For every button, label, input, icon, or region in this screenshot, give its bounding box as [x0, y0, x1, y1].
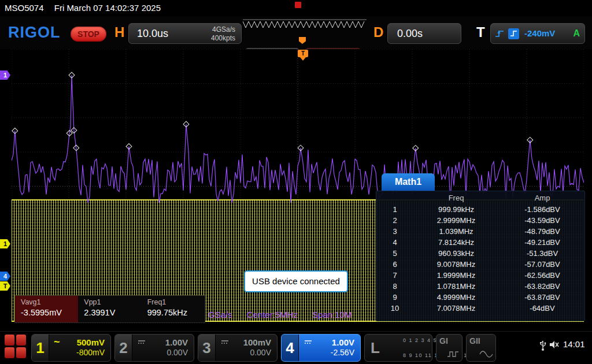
gen2-label: GII: [469, 336, 480, 346]
gen1-label: GI: [439, 336, 448, 346]
datetime: Fri March 07 14:02:37 2025: [54, 3, 161, 13]
trigger-button[interactable]: -240mV A: [490, 23, 585, 44]
peak-table-row: 81.0781MHz-63.82dBV: [376, 281, 584, 292]
clock: 14:01: [563, 339, 585, 349]
square-wave-icon: [447, 350, 460, 358]
math1-ref-marker[interactable]: 1: [0, 70, 10, 80]
channel3-button[interactable]: 3 100mV 0.00V: [198, 334, 278, 362]
fft-status-text: GSa/s Center:5MHz Span:10M: [208, 310, 375, 320]
usb-toast: USB device connected: [244, 270, 348, 292]
horizontal-label: H: [114, 24, 124, 40]
ch2-scale: 1.00V: [165, 337, 188, 347]
peak-table-row: 31.039MHz-48.79dBV: [376, 226, 584, 237]
peak-table-row: 1999.99kHz-1.586dBV: [376, 204, 584, 215]
sine-wave-icon: [479, 350, 493, 358]
ch3-dc-coupling-icon: [220, 339, 230, 345]
amp-column-header: Amp: [499, 192, 586, 204]
timebase-button[interactable]: 10.0us 4GSa/s 400kpts: [128, 23, 242, 44]
rigol-logo: RIGOL: [8, 24, 61, 42]
memory-depth: 400kpts: [211, 34, 235, 42]
channel2-button[interactable]: 2 1.00V 0.00V: [114, 334, 194, 362]
measurement-freq1[interactable]: Freq1 999.75kHz: [142, 296, 205, 322]
trigger-position-marker[interactable]: T: [298, 50, 308, 61]
logic-label: L: [371, 339, 380, 357]
ch3-offset: 0.00V: [250, 348, 271, 358]
channel1-button[interactable]: 1 ~ 500mV -800mV: [31, 334, 111, 362]
peak-table-row: 71.9999MHz-62.56dBV: [376, 270, 584, 281]
measurement-vavg1[interactable]: Vavg1 -3.5995mV: [15, 296, 78, 322]
timebase-value: 10.0us: [137, 24, 168, 43]
sample-rate: 4GSa/s: [212, 25, 235, 34]
peak-table-row: 5960.93kHz-51.3dBV: [376, 248, 584, 259]
trigger-type-icon: [508, 28, 519, 39]
peak-table-row: 69.0078MHz-57.07dBV: [376, 259, 584, 270]
trigger-slope-icon: [494, 29, 506, 38]
channel4-button[interactable]: 4 1.00V -2.56V: [281, 334, 361, 362]
ch2-dc-coupling-icon: [137, 339, 146, 345]
freq-column-header: Freq: [413, 192, 499, 204]
ch1-ac-coupling-icon: ~: [54, 336, 60, 348]
ch1-ground-marker[interactable]: 1: [0, 239, 10, 248]
ch1-scale: 500mV: [77, 337, 105, 347]
peak-table-row: 107.0078MHz-64dBV: [376, 303, 584, 314]
channel4-number: 4: [282, 335, 299, 361]
trigger-mode-badge: A: [573, 24, 580, 43]
ch4-scale: 1.00V: [332, 337, 354, 347]
peak-table-body: Freq Amp 1999.99kHz-1.586dBV22.9999MHz-4…: [376, 191, 585, 321]
peak-table-row: 22.9999MHz-43.59dBV: [376, 215, 584, 226]
ch4-ground-marker[interactable]: 4: [0, 272, 10, 281]
ch2-offset: 0.00V: [166, 348, 188, 358]
delay-button[interactable]: 0.00s: [387, 23, 461, 44]
channel2-number: 2: [115, 335, 132, 361]
preview-trigger-marker[interactable]: [299, 37, 306, 44]
ch4-offset: -2.56V: [331, 348, 354, 358]
speaker-mute-icon[interactable]: [549, 340, 560, 350]
header-bar: RIGOL STOP H 10.0us 4GSa/s 400kpts Measu…: [0, 16, 592, 49]
math1-tab[interactable]: Math1: [382, 173, 435, 191]
delay-value: 0.00s: [397, 24, 423, 43]
trigger-label: T: [476, 24, 485, 40]
menu-button[interactable]: [5, 335, 28, 360]
usb-icon: [539, 340, 547, 351]
trigger-level-value: -240mV: [524, 24, 555, 43]
peak-table-row: 94.9999MHz-63.87dBV: [376, 292, 584, 303]
measurement-vpp1[interactable]: Vpp1 2.3991V: [78, 296, 141, 322]
channel3-number: 3: [198, 335, 216, 361]
channel1-number: 1: [32, 335, 49, 361]
model-name: MSO5074: [5, 3, 44, 13]
oscilloscope-screen: MSO5074 Fri March 07 14:02:37 2025 RIGOL…: [0, 0, 592, 364]
gen1-button[interactable]: GI: [436, 334, 462, 362]
trigger-level-marker[interactable]: T: [0, 281, 10, 291]
ch3-scale: 100mV: [243, 337, 271, 347]
waveform-preview-strip[interactable]: [243, 19, 367, 29]
trigger-position-icon: [295, 2, 301, 8]
peak-table-row: 47.8124kHz-49.21dBV: [376, 237, 584, 248]
measurement-box: Vavg1 -3.5995mV Vpp1 2.3991V Freq1 999.7…: [14, 295, 205, 323]
ch4-dc-coupling-icon: [304, 339, 313, 345]
channel-bar: 1 ~ 500mV -800mV 2 1.00V 0.: [0, 331, 592, 364]
gen2-button[interactable]: GII: [466, 334, 496, 362]
math1-peak-table: Math1 Freq Amp 1999.99kHz-1.586dBV22.999…: [376, 173, 585, 321]
logic-channels-button[interactable]: L 0 1 2 3 4 5 6 7 8 9 10 11 12 13 14 15: [364, 334, 432, 362]
delay-label: D: [373, 24, 383, 40]
run-state-badge[interactable]: STOP: [71, 27, 106, 42]
peak-table-header: Freq Amp: [376, 192, 584, 204]
ch1-offset: -800mV: [76, 348, 105, 358]
